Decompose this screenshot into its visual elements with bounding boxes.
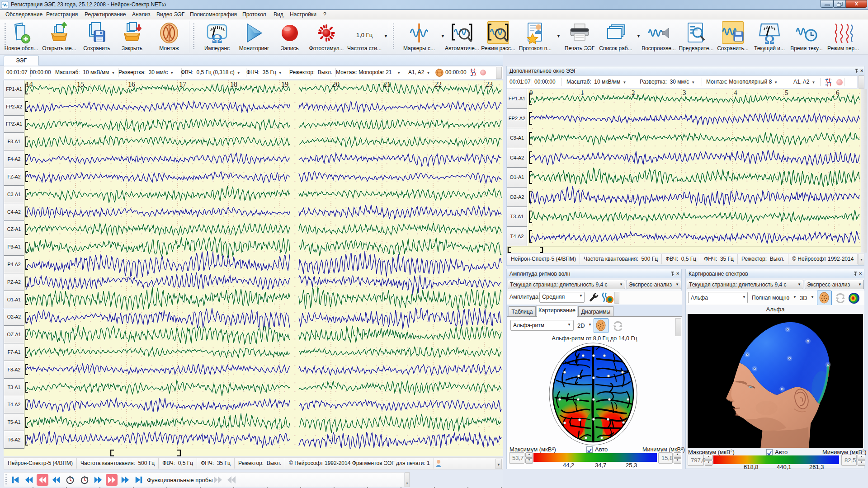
- svg-text:Ω: Ω: [764, 33, 774, 45]
- svg-text:21: 21: [383, 80, 391, 88]
- svg-text:16: 16: [128, 80, 135, 88]
- svg-text:14: 14: [26, 80, 33, 88]
- svg-text:2: 2: [632, 89, 635, 96]
- svg-text:18: 18: [230, 80, 237, 88]
- svg-text:6: 6: [836, 89, 840, 96]
- svg-text:0: 0: [529, 89, 533, 96]
- svg-text:1: 1: [580, 89, 584, 96]
- svg-text:23: 23: [486, 80, 493, 88]
- svg-text:20: 20: [332, 80, 340, 88]
- svg-text:17: 17: [179, 80, 186, 88]
- svg-text:Ω: Ω: [212, 31, 222, 45]
- svg-text:15: 15: [77, 80, 84, 88]
- svg-text:19: 19: [281, 80, 288, 88]
- svg-text:4: 4: [734, 89, 737, 96]
- svg-text:3: 3: [683, 89, 686, 96]
- svg-text:22: 22: [434, 80, 442, 88]
- svg-text:5: 5: [785, 89, 788, 96]
